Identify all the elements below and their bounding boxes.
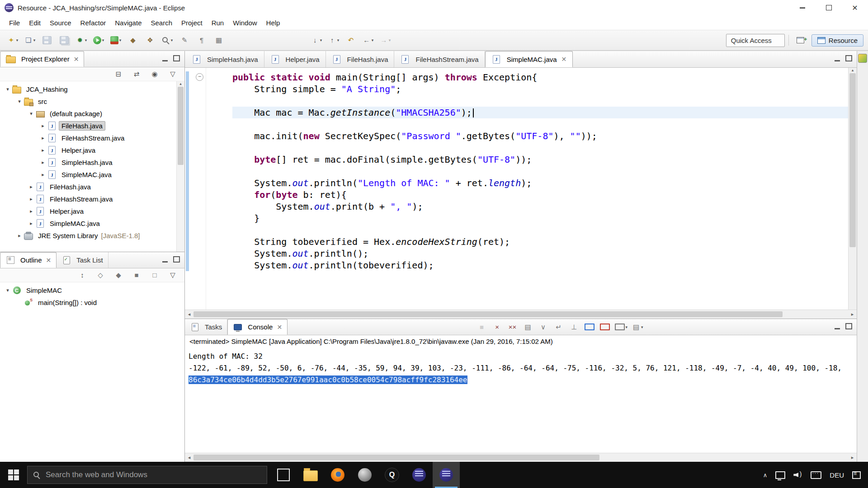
menu-run[interactable]: Run [207, 17, 229, 29]
new-wizard-button[interactable]: ✦▾ [5, 33, 21, 47]
code-line[interactable]: Mac mac = Mac.getInstance("HMACSHA256"); [232, 107, 848, 118]
close-icon[interactable]: ✕ [74, 56, 79, 63]
menu-navigate[interactable]: Navigate [110, 17, 146, 29]
console-horizontal-scrollbar[interactable]: ◂ ▸ [185, 453, 857, 462]
menu-file[interactable]: File [5, 17, 24, 29]
app-sphere-button[interactable] [351, 462, 378, 488]
export-jar-button[interactable]: ❖ [142, 33, 158, 47]
scroll-left-icon[interactable]: ◂ [185, 311, 193, 317]
editor-tab-filehash-java[interactable]: FileHash.java [326, 51, 395, 67]
hide-non-public-members-button[interactable]: ■ [128, 269, 145, 281]
tree-item-filehash-java[interactable]: ▸FileHash.java [0, 181, 184, 193]
console-line[interactable]: -122, -61, -89, 52, -50, 6, -76, -44, -3… [189, 362, 857, 374]
close-icon[interactable]: ✕ [561, 56, 567, 63]
link-with-editor-button[interactable]: ⇄ [128, 68, 145, 80]
tree-item-simplemac-java[interactable]: ▸SimpleMAC.java [0, 169, 184, 181]
code-line[interactable]: String simple = "A String"; [232, 83, 848, 95]
close-button[interactable]: ✕ [842, 0, 868, 15]
twistie-icon[interactable]: ▸ [39, 160, 47, 165]
start-button[interactable] [0, 462, 27, 488]
editor-horizontal-scrollbar[interactable]: ◂ ▸ [185, 310, 857, 319]
menu-edit[interactable]: Edit [24, 17, 45, 29]
language-indicator[interactable]: DEU [830, 471, 844, 479]
twistie-icon[interactable]: ▸ [39, 123, 47, 129]
twistie-icon[interactable]: ▸ [27, 184, 35, 190]
tree-item-filehash-java[interactable]: ▸FileHash.java [0, 120, 184, 132]
taskbar-search-box[interactable]: Search the web and Windows [27, 466, 267, 484]
editor-tab-simplehash-java[interactable]: SimpleHash.java [186, 51, 264, 67]
view-menu-button[interactable]: ▽ [165, 269, 181, 281]
tree-item-filehashstream-java[interactable]: ▸FileHashStream.java [0, 132, 184, 144]
scrollbar-thumb[interactable] [178, 87, 184, 165]
back-button[interactable]: ←▾ [360, 33, 376, 47]
code-editor[interactable]: public static void main(String[] args) t… [206, 68, 848, 310]
twistie-icon[interactable]: ▸ [39, 135, 47, 141]
scrollbar-thumb[interactable] [849, 73, 856, 247]
minimize-view-button[interactable] [835, 55, 840, 63]
debug-button[interactable]: ✹▾ [73, 33, 90, 47]
network-icon[interactable] [775, 471, 785, 479]
code-line[interactable]: mac.init(new SecretKeySpec("Password ".g… [232, 130, 848, 142]
save-button[interactable] [39, 33, 55, 47]
twistie-icon[interactable]: ▸ [39, 147, 47, 153]
twistie-icon[interactable]: ▾ [15, 99, 24, 104]
editor-tab-filehashstream-java[interactable]: FileHashStream.java [394, 51, 485, 67]
menu-window[interactable]: Window [228, 17, 261, 29]
hide-fields-button[interactable]: ◇ [92, 269, 108, 281]
terminate-button[interactable]: ■ [475, 321, 489, 333]
maximize-view-button[interactable] [173, 55, 180, 63]
twistie-icon[interactable]: ▸ [27, 196, 35, 202]
tab-outline[interactable]: Outline✕ [0, 252, 57, 268]
eclipse-ide-running-button[interactable] [433, 462, 460, 488]
annotate-button[interactable]: ✎ [176, 33, 193, 47]
hide-local-types-button[interactable]: □ [146, 269, 163, 281]
twistie-icon[interactable]: ▸ [27, 208, 35, 214]
open-perspective-button[interactable] [793, 33, 809, 47]
code-line[interactable]: byte[] ret = mac.doFinal(simple.getBytes… [232, 154, 848, 165]
twistie-icon[interactable]: ▾ [4, 86, 12, 92]
tab-task-list[interactable]: Task List [57, 252, 108, 268]
scroll-right-icon[interactable]: ▸ [848, 311, 857, 317]
view-menu-button[interactable]: ▽ [165, 68, 181, 80]
remove-all-launches-button[interactable]: ×× [505, 321, 520, 333]
tree-item-main-string-void[interactable]: main(String[]) : void [0, 296, 184, 309]
open-console-button[interactable]: ▾ [613, 321, 630, 333]
restore-view-icon[interactable] [858, 54, 867, 63]
last-edit-location-button[interactable]: ↶ [343, 33, 359, 47]
block-selection-button[interactable]: ▦ [211, 33, 227, 47]
search-button[interactable]: ▾ [159, 33, 175, 47]
code-line[interactable]: String tobeverified = Hex.encodeHexStrin… [232, 236, 848, 248]
twistie-icon[interactable]: ▸ [15, 233, 24, 239]
sort-button[interactable]: ↕ [74, 269, 90, 281]
eclipse-ide-button[interactable] [406, 462, 433, 488]
firefox-button[interactable] [324, 462, 351, 488]
hide-static-members-button[interactable]: ◆ [110, 269, 127, 281]
code-line[interactable] [232, 165, 848, 177]
tree-item-simplemac[interactable]: ▾SimpleMAC [0, 284, 184, 296]
minimize-button[interactable] [789, 0, 816, 15]
scroll-left-icon[interactable]: ◂ [185, 455, 193, 460]
minimize-view-button[interactable] [162, 256, 168, 264]
task-view-button[interactable] [270, 462, 297, 488]
show-stdout-button[interactable] [582, 321, 597, 333]
show-whitespace-button[interactable]: ¶ [193, 33, 210, 47]
editor-tab-simplemac-java[interactable]: SimpleMAC.java✕ [485, 51, 573, 67]
tab-tasks[interactable]: Tasks [185, 319, 227, 335]
tab-console[interactable]: Console✕ [227, 319, 288, 335]
forward-button[interactable]: →▾ [377, 33, 393, 47]
minimize-view-button[interactable] [162, 55, 168, 63]
menu-refactor[interactable]: Refactor [76, 17, 111, 29]
code-line[interactable]: for(byte b: ret){ [232, 189, 848, 201]
maximize-view-button[interactable] [845, 55, 852, 63]
scroll-up-icon[interactable]: ▴ [852, 68, 854, 72]
code-line[interactable] [232, 224, 848, 236]
tree-item-simplemac-java[interactable]: ▸SimpleMAC.java [0, 217, 184, 230]
editor-vertical-scrollbar[interactable]: ▴ [848, 68, 857, 310]
menu-search[interactable]: Search [146, 17, 177, 29]
tree-item-filehashstream-java[interactable]: ▸FileHashStream.java [0, 193, 184, 205]
tree-item-simplehash-java[interactable]: ▸SimpleHash.java [0, 156, 184, 169]
menu-source[interactable]: Source [45, 17, 76, 29]
code-line[interactable]: System.out.println(); [232, 248, 848, 259]
next-annotation-button[interactable]: ↓▾ [308, 33, 325, 47]
resource-perspective-button[interactable]: Resource [811, 34, 863, 47]
